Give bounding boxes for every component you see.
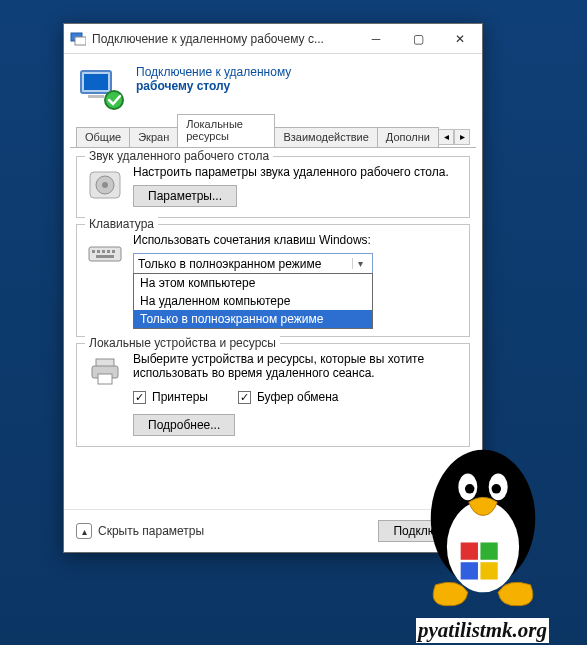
svg-rect-12 bbox=[102, 250, 105, 253]
more-devices-button[interactable]: Подробнее... bbox=[133, 414, 235, 436]
svg-rect-11 bbox=[97, 250, 100, 253]
svg-point-23 bbox=[464, 484, 474, 494]
checkmark-icon: ✓ bbox=[133, 391, 146, 404]
tabstrip: Общие Экран Локальные ресурсы Взаимодейс… bbox=[70, 124, 476, 148]
minimize-button[interactable]: ─ bbox=[358, 28, 394, 50]
checkbox-printers[interactable]: ✓ Принтеры bbox=[133, 390, 208, 404]
svg-rect-15 bbox=[96, 255, 114, 258]
checkmark-icon: ✓ bbox=[238, 391, 251, 404]
tab-scroll-left[interactable]: ◂ bbox=[438, 129, 454, 145]
svg-rect-3 bbox=[84, 74, 108, 90]
hide-options-label: Скрыть параметры bbox=[98, 524, 204, 538]
svg-rect-4 bbox=[88, 95, 104, 98]
tab-display[interactable]: Экран bbox=[129, 127, 178, 147]
svg-rect-1 bbox=[75, 37, 86, 45]
group-remote-audio: Звук удаленного рабочего стола Настроить… bbox=[76, 156, 470, 218]
titlebar: Подключение к удаленному рабочему с... ─… bbox=[64, 24, 482, 54]
svg-point-5 bbox=[105, 91, 123, 109]
svg-point-24 bbox=[491, 484, 501, 494]
svg-rect-13 bbox=[107, 250, 110, 253]
tab-experience[interactable]: Взаимодействие bbox=[274, 127, 377, 147]
checkbox-clipboard[interactable]: ✓ Буфер обмена bbox=[238, 390, 339, 404]
header-title-line2: рабочему столу bbox=[136, 80, 291, 94]
rdc-header-icon bbox=[78, 66, 126, 114]
svg-rect-18 bbox=[98, 374, 112, 384]
watermark-url: pyatilistmk.org bbox=[416, 618, 549, 643]
remote-audio-text: Настроить параметры звука удаленного раб… bbox=[133, 165, 459, 179]
keyboard-combo-value: Только в полноэкранном режиме bbox=[138, 257, 321, 271]
keyboard-icon bbox=[87, 235, 123, 271]
tab-scroll-right[interactable]: ▸ bbox=[454, 129, 470, 145]
chevron-up-icon: ▴ bbox=[76, 523, 92, 539]
keyboard-option-remote[interactable]: На удаленном компьютере bbox=[134, 292, 372, 310]
chevron-down-icon: ▾ bbox=[352, 258, 368, 269]
tux-icon bbox=[388, 428, 578, 618]
svg-rect-26 bbox=[480, 542, 497, 559]
maximize-button[interactable]: ▢ bbox=[400, 28, 436, 50]
tab-advanced[interactable]: Дополни bbox=[377, 127, 439, 147]
checkbox-clipboard-label: Буфер обмена bbox=[257, 390, 339, 404]
keyboard-option-fullscreen[interactable]: Только в полноэкранном режиме bbox=[134, 310, 372, 328]
svg-rect-9 bbox=[89, 247, 121, 261]
group-keyboard: Клавиатура Использовать сочетания клавиш… bbox=[76, 224, 470, 337]
keyboard-text: Использовать сочетания клавиш Windows: bbox=[133, 233, 459, 247]
svg-rect-28 bbox=[480, 562, 497, 579]
keyboard-option-local[interactable]: На этом компьютере bbox=[134, 274, 372, 292]
tab-general[interactable]: Общие bbox=[76, 127, 130, 147]
header-title: Подключение к удаленному рабочему столу bbox=[136, 66, 291, 94]
tab-local-resources[interactable]: Локальные ресурсы bbox=[177, 114, 275, 147]
window-title: Подключение к удаленному рабочему с... bbox=[92, 32, 352, 46]
svg-rect-25 bbox=[460, 542, 477, 559]
group-remote-audio-legend: Звук удаленного рабочего стола bbox=[85, 149, 273, 163]
rdc-app-icon bbox=[70, 31, 86, 47]
svg-point-8 bbox=[102, 182, 108, 188]
close-button[interactable]: ✕ bbox=[442, 28, 478, 50]
checkbox-printers-label: Принтеры bbox=[152, 390, 208, 404]
svg-rect-10 bbox=[92, 250, 95, 253]
local-devices-text: Выберите устройства и ресурсы, которые в… bbox=[133, 352, 459, 380]
svg-rect-27 bbox=[460, 562, 477, 579]
group-keyboard-legend: Клавиатура bbox=[85, 217, 158, 231]
svg-rect-14 bbox=[112, 250, 115, 253]
header-title-line1: Подключение к удаленному bbox=[136, 66, 291, 80]
printer-icon bbox=[87, 354, 123, 390]
remote-audio-settings-button[interactable]: Параметры... bbox=[133, 185, 237, 207]
watermark: pyatilistmk.org bbox=[380, 413, 585, 643]
group-local-devices-legend: Локальные устройства и ресурсы bbox=[85, 336, 280, 350]
keyboard-dropdown[interactable]: На этом компьютере На удаленном компьюте… bbox=[133, 273, 373, 329]
keyboard-combo[interactable]: Только в полноэкранном режиме ▾ bbox=[133, 253, 373, 274]
audio-icon bbox=[87, 167, 123, 203]
hide-options-link[interactable]: ▴ Скрыть параметры bbox=[76, 523, 204, 539]
